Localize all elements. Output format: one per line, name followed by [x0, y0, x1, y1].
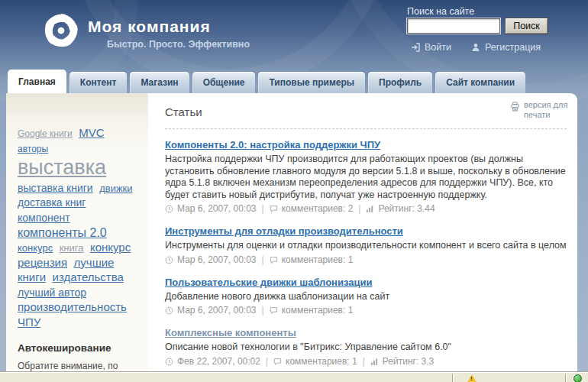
meta-separator: | [361, 356, 367, 367]
article-date: Мар 6, 2007, 00:03 [177, 305, 257, 316]
register-link[interactable]: Регистрация [471, 42, 541, 53]
tag-link[interactable]: выставка [18, 156, 106, 179]
login-label: Войти [425, 42, 451, 53]
tag-link[interactable]: конкурс [18, 242, 53, 254]
auth-links: Войти Регистрация [411, 42, 541, 53]
person-icon [471, 43, 480, 52]
meta-separator: | [264, 356, 270, 367]
article-comments-count: комментариев: 1 [282, 254, 354, 265]
meta-separator: | [260, 305, 266, 316]
printer-icon [510, 102, 520, 112]
tag-link[interactable]: доставка книг [18, 196, 86, 209]
tag-link[interactable]: издательства [53, 270, 124, 283]
meta-separator: | [357, 203, 362, 214]
tab[interactable]: Главная [8, 70, 66, 93]
main-content: Статьи версия для печати Компоненты 2.0:… [148, 93, 577, 371]
autocache-text-part: Обратите внимание, по умолчанию кеширова… [18, 361, 125, 371]
article-summary: Добавление нового движка шаблонизации на… [165, 291, 567, 303]
tab[interactable]: Контент [69, 72, 128, 93]
print-version-label: версия для печати [524, 100, 568, 119]
tag-link[interactable]: MVC [79, 126, 104, 139]
site-title: Моя компания [88, 18, 211, 36]
comments-icon [270, 205, 278, 213]
clock-icon [165, 358, 173, 366]
article-rating: Рейтинг: 3.3 [383, 356, 434, 367]
rating-icon [370, 358, 379, 366]
search-label: Поиск на сайте [407, 6, 474, 17]
site-tagline: Быстро. Просто. Эффективно [107, 39, 250, 50]
status-bar-divider [565, 374, 567, 382]
search-button[interactable]: Поиск [505, 18, 548, 34]
tab[interactable]: Сайт компании [435, 72, 525, 93]
tag-link[interactable]: производительность [18, 300, 127, 313]
content-panel: Google книги MVC авторы выставка выставк… [6, 93, 577, 371]
tag-link[interactable]: книга [60, 242, 84, 254]
tag-link[interactable]: авторы [18, 144, 48, 154]
sidebar: Google книги MVC авторы выставка выставк… [6, 93, 148, 371]
tag-link[interactable]: компоненты 2.0 [18, 226, 107, 239]
article: Компоненты 2.0: настройка поддержки ЧПУН… [165, 138, 567, 214]
article-date: Мар 6, 2007, 00:03 [177, 203, 257, 214]
article-date: Фев 22, 2007, 00:02 [177, 356, 260, 367]
article-title-link[interactable]: Комплексные компоненты [165, 327, 296, 338]
autocache-text: Обратите внимание, по умолчанию кеширова… [18, 361, 140, 371]
tag-link[interactable]: компонент [18, 212, 70, 224]
login-icon [411, 43, 420, 52]
tab[interactable]: Типовые примеры [258, 72, 365, 93]
article-comments-count: комментариев: 1 [286, 356, 357, 367]
register-label: Регистрация [485, 42, 541, 53]
tag-link[interactable]: лучший автор [18, 286, 86, 299]
article-summary: Настройка поддержки ЧПУ производится для… [165, 154, 567, 201]
login-link[interactable]: Войти [411, 42, 451, 53]
tag-cloud: Google книги MVC авторы выставка выставк… [18, 125, 141, 329]
article-comments-count: комментариев: 2 [282, 203, 354, 214]
clock-icon [165, 256, 173, 264]
rating-icon [366, 205, 374, 213]
title-divider [165, 128, 567, 129]
search-input[interactable] [407, 18, 500, 34]
page: Моя компания Быстро. Просто. Эффективно … [0, 0, 588, 382]
warning-icon [467, 374, 477, 382]
article: Пользовательские движки шаблонизацииДоба… [165, 275, 567, 316]
article-list: Компоненты 2.0: настройка поддержки ЧПУН… [165, 138, 567, 367]
comments-icon [270, 256, 278, 264]
clock-icon [165, 205, 173, 213]
tab[interactable]: Профиль [368, 72, 432, 93]
article-meta: Мар 6, 2007, 00:03|комментариев: 1 [165, 254, 567, 265]
tag-link[interactable]: выставка книги [18, 182, 93, 194]
tag-link[interactable]: Google книги [18, 128, 73, 139]
article: Инструменты для отладки производительнос… [165, 224, 567, 265]
browser-status-bar [0, 371, 588, 382]
article-meta: Фев 22, 2007, 00:02|комментариев: 1|Рейт… [165, 356, 567, 367]
status-bar-divider [452, 374, 454, 382]
article-title-link[interactable]: Компоненты 2.0: настройка поддержки ЧПУ [165, 139, 380, 151]
page-title: Статьи [165, 105, 567, 118]
article-title-link[interactable]: Пользовательские движки шаблонизации [165, 277, 372, 288]
tabs: ГлавнаяКонтентМагазинОбщениеТиповые прим… [8, 70, 525, 93]
tag-link[interactable]: ЧПУ [18, 316, 40, 329]
article: Комплексные компонентыОписание новой тех… [165, 325, 567, 367]
clock-icon [165, 306, 173, 315]
comments-icon [270, 306, 278, 315]
article-title-link[interactable]: Инструменты для отладки производительнос… [165, 225, 403, 237]
autocache-section-title: Автокеширование [18, 342, 141, 354]
security-status-icon [573, 374, 582, 382]
article-rating: Рейтинг: 3.44 [378, 203, 435, 214]
comments-icon [273, 358, 282, 366]
tag-link[interactable]: движки [99, 183, 132, 194]
article-summary: Описание новой технологии в "Битрикс: Уп… [165, 342, 567, 354]
article-date: Мар 6, 2007, 00:03 [177, 254, 257, 265]
article-summary: Инструменты для оценки и отладки произво… [165, 240, 567, 252]
article-meta: Мар 6, 2007, 00:03|комментариев: 2|Рейти… [165, 203, 567, 214]
meta-separator: | [260, 254, 266, 265]
article-comments-count: комментариев: 1 [282, 305, 354, 316]
tab[interactable]: Магазин [130, 72, 189, 93]
article-meta: Мар 6, 2007, 00:03|комментариев: 1 [165, 305, 567, 316]
tab[interactable]: Общение [192, 72, 256, 93]
company-logo-icon [40, 9, 82, 52]
meta-separator: | [260, 203, 266, 214]
print-version-link[interactable]: версия для печати [510, 100, 568, 119]
